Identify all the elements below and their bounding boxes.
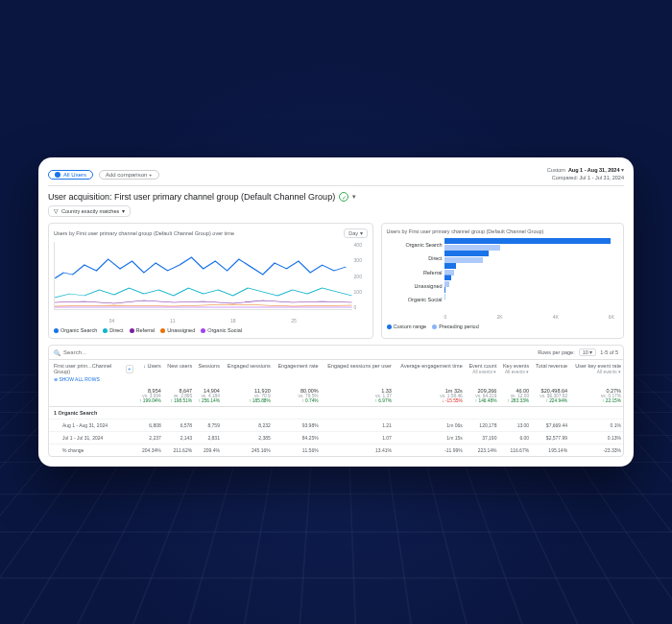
- bar-x-axis: 02K4K6K: [444, 314, 614, 320]
- bar-labels: Organic SearchDirectReferralUnassignedOr…: [387, 238, 443, 306]
- bar-legend: Custom range Preceding period: [387, 324, 618, 329]
- table-search[interactable]: 🔍: [54, 349, 538, 356]
- chevron-down-icon: ▾: [122, 208, 125, 214]
- y-axis: 4003002001000: [354, 242, 368, 310]
- table-row[interactable]: % change204.34%211.62%209.4%245.16%11.56…: [49, 444, 623, 457]
- add-dimension-button[interactable]: +: [126, 365, 133, 373]
- line-chart-panel: Users by First user primary channel grou…: [48, 223, 373, 339]
- all-users-chip[interactable]: All Users: [48, 170, 93, 180]
- panel-title: Users by First user primary channel grou…: [387, 228, 544, 234]
- panel-title: Users by First user primary channel grou…: [54, 230, 234, 236]
- search-icon: 🔍: [54, 349, 60, 356]
- data-table: 🔍 Rows per page: 10 ▾ 1-5 of 5 First use…: [48, 345, 624, 457]
- analytics-report: All Users Add comparison + Custom Aug 1 …: [38, 157, 634, 467]
- verified-icon: ✓: [339, 192, 348, 202]
- filter-chip[interactable]: ▽ Country exactly matches ▾: [48, 205, 131, 217]
- bar-chart-panel: Users by First user primary channel grou…: [381, 223, 624, 339]
- totals-row: 8,954vs. 3,004↑ 199.04%8,647vs. 2,895↑ 1…: [49, 385, 623, 407]
- bar-plot: [444, 238, 614, 306]
- table-row[interactable]: Jul 1 - Jul 31, 20242,2372,1432,8312,385…: [49, 432, 623, 444]
- line-plot: [54, 242, 352, 310]
- report-title-row: User acquisition: First user primary cha…: [48, 192, 624, 202]
- topbar: All Users Add comparison + Custom Aug 1 …: [48, 167, 624, 186]
- add-comparison-button[interactable]: Add comparison +: [99, 170, 159, 180]
- granularity-select[interactable]: Day ▾: [344, 228, 367, 238]
- table-header-row: First user prim...Channel Group)+ ⊕ SHOW…: [49, 360, 623, 385]
- report-title: User acquisition: First user primary cha…: [48, 192, 335, 202]
- line-legend: Organic Search Direct Referral Unassigne…: [54, 327, 368, 333]
- show-all-rows[interactable]: ⊕ SHOW ALL ROWS: [54, 376, 133, 382]
- chevron-down-icon[interactable]: ▾: [352, 193, 356, 201]
- date-range-picker[interactable]: Custom Aug 1 - Aug 31, 2024 ▾ Compared: …: [547, 167, 624, 181]
- x-axis: 04111825: [54, 318, 352, 324]
- table-row[interactable]: Aug 1 - Aug 31, 20246,8086,5788,7598,232…: [49, 420, 623, 432]
- search-input[interactable]: [63, 349, 159, 355]
- pagination[interactable]: Rows per page: 10 ▾ 1-5 of 5: [538, 348, 618, 356]
- filter-icon: ▽: [54, 208, 59, 214]
- table-row[interactable]: 1 Organic Search: [49, 407, 623, 420]
